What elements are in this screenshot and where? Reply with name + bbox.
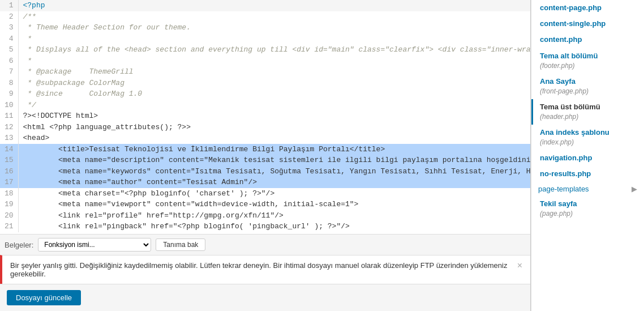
editor-area: 1<?php2/**3 * Theme Header Section for o… (0, 0, 531, 311)
file-sub-label: (footer.php) (540, 61, 637, 71)
line-content[interactable]: <meta name="author" content="Tesisat Adm… (18, 177, 530, 188)
file-sub-label: (index.php) (540, 138, 637, 147)
sidebar-file-item[interactable]: no-results.php (531, 166, 644, 182)
line-number: 3 (0, 22, 18, 33)
editor-toolbar: Belgeler: Fonksiyon ismi... Tanıma bak (0, 234, 530, 255)
file-name-label: content-page.php (540, 3, 637, 13)
line-number: 1 (0, 0, 18, 11)
code-line: 10 */ (0, 100, 530, 111)
line-content[interactable]: /** (18, 11, 530, 23)
line-number: 18 (0, 188, 18, 199)
code-line: 7 * @package ThemeGrill (0, 66, 530, 78)
line-content[interactable]: <?php (18, 0, 530, 11)
file-sub-label: (page.php) (540, 209, 637, 219)
code-line: 3 * Theme Header Section for our theme. (0, 22, 530, 33)
code-line: 13<head> (0, 133, 530, 144)
line-content[interactable]: <meta charset="<?php bloginfo( 'charset'… (18, 188, 530, 199)
line-content[interactable]: <meta name="description" content="Mekani… (18, 155, 530, 166)
sidebar-file-item[interactable]: content-page.php (531, 0, 644, 16)
line-number: 13 (0, 133, 18, 144)
sidebar-file-list: content-page.phpcontent-single.phpconten… (531, 0, 644, 311)
code-line: 17 <meta name="author" content="Tesisat … (0, 177, 530, 188)
line-number: 9 (0, 88, 18, 100)
error-notice: Bir şeyler yanlış gitti. Değişikliğiniz … (0, 255, 530, 284)
code-line: 6 * (0, 56, 530, 67)
code-line: 2/** (0, 11, 530, 23)
line-number: 17 (0, 177, 18, 188)
sidebar-file-item[interactable]: Ana Sayfa(front-page.php) (531, 74, 644, 99)
file-name-label: Tekil sayfa (540, 199, 637, 209)
function-select[interactable]: Fonksiyon ismi... (38, 238, 151, 252)
line-number: 7 (0, 66, 18, 78)
line-content[interactable]: * (18, 33, 530, 45)
main-container: 1<?php2/**3 * Theme Header Section for o… (0, 0, 644, 311)
notice-text: Bir şeyler yanlış gitti. Değişikliğiniz … (10, 261, 512, 278)
line-content[interactable]: <html <?php language_attributes(); ?>> (18, 122, 530, 133)
sidebar-file-item[interactable]: Tema alt bölümü(footer.php) (531, 48, 644, 74)
file-name-label: Tema üst bölümü (540, 102, 637, 112)
code-line: 15 <meta name="description" content="Mek… (0, 155, 530, 166)
line-content[interactable]: * @package ThemeGrill (18, 66, 530, 78)
line-content[interactable]: ?><!DOCTYPE html> (18, 110, 530, 122)
code-line: 11?><!DOCTYPE html> (0, 110, 530, 122)
file-sub-label: (front-page.php) (540, 87, 637, 96)
lookup-button[interactable]: Tanıma bak (156, 238, 205, 251)
line-content[interactable]: <title>Tesisat Teknolojisi ve İklimlendi… (18, 144, 530, 155)
line-number: 12 (0, 122, 18, 133)
sidebar-file-item[interactable]: navigation.php (531, 150, 644, 166)
code-line: 20 <link rel="profile" href="http://gmpg… (0, 210, 530, 221)
line-number: 8 (0, 78, 18, 89)
line-number: 10 (0, 100, 18, 111)
file-name-label: content-single.php (540, 19, 637, 29)
sidebar-file-item[interactable]: content.php (531, 32, 644, 48)
file-name-label: Ana indeks şablonu (540, 127, 637, 138)
code-line: 4 * (0, 33, 530, 45)
code-line: 1<?php (0, 0, 530, 11)
line-number: 4 (0, 33, 18, 45)
save-button[interactable]: Dosyayı güncelle (7, 290, 81, 305)
folder-name: page-templates (538, 185, 589, 193)
line-content[interactable]: * @since ColorMag 1.0 (18, 88, 530, 100)
notice-close-button[interactable]: × (517, 261, 522, 270)
file-name-label: no-results.php (540, 169, 637, 179)
line-content[interactable]: <meta name="keywords" content="Isıtma Te… (18, 166, 530, 177)
code-line: 21 <link rel="pingback" href="<?php blog… (0, 221, 530, 232)
line-number: 20 (0, 210, 18, 221)
code-line: 16 <meta name="keywords" content="Isıtma… (0, 166, 530, 177)
sidebar-file-item[interactable]: Tema üst bölümü(header.php) (531, 99, 644, 125)
code-line: 18 <meta charset="<?php bloginfo( 'chars… (0, 188, 530, 199)
line-content[interactable]: <link rel="pingback" href="<?php bloginf… (18, 221, 530, 232)
file-name-label: Ana Sayfa (540, 76, 637, 87)
line-number: 21 (0, 221, 18, 232)
file-sub-label: (header.php) (540, 112, 637, 122)
code-line: 12<html <?php language_attributes(); ?>> (0, 122, 530, 133)
code-scroll[interactable]: 1<?php2/**3 * Theme Header Section for o… (0, 0, 530, 234)
line-number: 11 (0, 110, 18, 122)
line-content[interactable]: */ (18, 100, 530, 111)
code-line: 14 <title>Tesisat Teknolojisi ve İklimle… (0, 144, 530, 155)
line-content[interactable]: * @subpackage ColorMag (18, 78, 530, 89)
line-content[interactable]: <meta name="viewport" content="width=dev… (18, 199, 530, 210)
code-line: 5 * Displays all of the <head> section a… (0, 44, 530, 56)
code-line: 19 <meta name="viewport" content="width=… (0, 199, 530, 210)
line-content[interactable]: * (18, 56, 530, 67)
sidebar-file-item[interactable]: Ana indeks şablonu(index.php) (531, 125, 644, 150)
line-content[interactable]: * Displays all of the <head> section and… (18, 44, 530, 56)
file-sidebar: content-page.phpcontent-single.phpconten… (531, 0, 644, 311)
code-table: 1<?php2/**3 * Theme Header Section for o… (0, 0, 530, 232)
folder-arrow-icon: ▶ (632, 185, 637, 193)
line-content[interactable]: * Theme Header Section for our theme. (18, 22, 530, 33)
line-content[interactable]: <link rel="profile" href="http://gmpg.or… (18, 210, 530, 221)
line-number: 16 (0, 166, 18, 177)
file-name-label: Tema alt bölümü (540, 51, 637, 61)
file-name-label: content.php (540, 35, 637, 45)
sidebar-file-item[interactable]: Tekil sayfa(page.php) (531, 196, 644, 221)
line-number: 14 (0, 144, 18, 155)
line-number: 15 (0, 155, 18, 166)
line-number: 6 (0, 56, 18, 67)
line-content[interactable]: <head> (18, 133, 530, 144)
sidebar-file-item[interactable]: content-single.php (531, 16, 644, 32)
line-number: 2 (0, 11, 18, 23)
line-number: 5 (0, 44, 18, 56)
sidebar-folder-item[interactable]: page-templates▶ (531, 182, 644, 196)
